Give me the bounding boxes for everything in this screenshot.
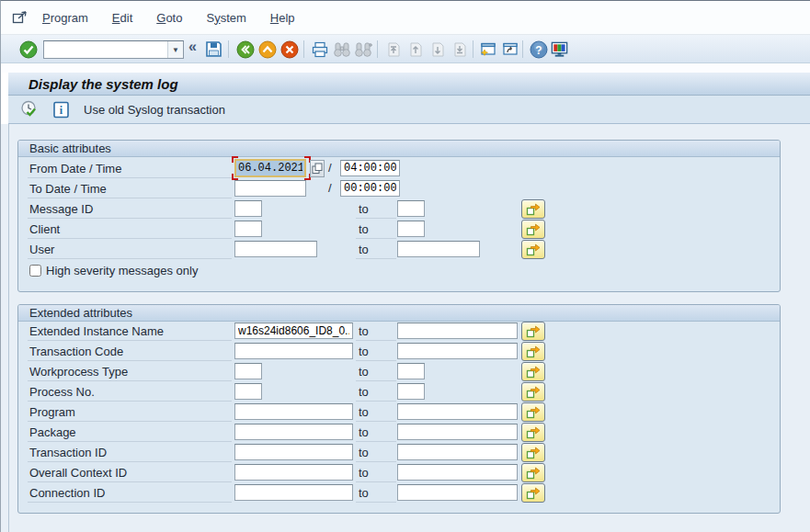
to-label: to — [359, 405, 369, 419]
command-field-input[interactable] — [44, 41, 167, 58]
to-value-input[interactable] — [397, 383, 425, 400]
from-time-input[interactable] — [340, 160, 400, 176]
multiple-selection-icon — [526, 466, 541, 480]
from-date-input[interactable] — [234, 159, 306, 177]
to-date-input[interactable] — [234, 180, 306, 197]
from-value-input[interactable] — [234, 323, 353, 339]
first-page-button[interactable] — [383, 40, 403, 59]
from-value-input[interactable] — [234, 241, 317, 257]
row-underline — [28, 198, 232, 198]
help-button[interactable]: ? — [529, 40, 548, 59]
multiple-selection-icon — [526, 222, 541, 236]
multiple-selection-button[interactable] — [521, 199, 545, 219]
multiple-selection-button[interactable] — [521, 322, 545, 341]
find-button[interactable] — [332, 40, 351, 59]
to-value-input[interactable] — [397, 343, 518, 359]
multiple-selection-icon — [526, 324, 541, 338]
parameter-row: Connection ID to — [18, 483, 780, 504]
multiple-selection-button[interactable] — [521, 342, 545, 361]
menu-help[interactable]: Help — [258, 8, 307, 28]
find-next-button[interactable] — [354, 40, 373, 59]
info-icon: i — [53, 101, 69, 119]
to-underline — [356, 441, 396, 442]
toolbar-separator — [228, 40, 229, 58]
multiple-selection-icon — [526, 365, 541, 379]
help-icon: ? — [530, 40, 548, 59]
to-value-input[interactable] — [397, 221, 425, 237]
multiple-selection-button[interactable] — [521, 220, 545, 239]
from-value-input[interactable] — [234, 464, 353, 481]
from-value-input[interactable] — [234, 403, 353, 420]
parameter-row: Program to — [18, 402, 780, 423]
exit-button[interactable] — [257, 40, 277, 59]
multiple-selection-button[interactable] — [521, 423, 545, 442]
menu-system[interactable]: System — [194, 8, 257, 28]
menu-edit[interactable]: Edit — [100, 8, 144, 28]
parameter-row: Overall Context ID to — [18, 463, 780, 483]
to-value-input[interactable] — [397, 241, 480, 257]
from-value-input[interactable] — [234, 221, 262, 237]
back-icon — [236, 40, 255, 59]
to-value-input[interactable] — [397, 403, 518, 420]
toolbar-separator — [473, 40, 473, 58]
menu-bar: Program Edit Goto System Help — [1, 1, 810, 35]
use-old-syslog-button[interactable]: Use old Syslog transaction — [80, 101, 229, 119]
group-header: Extended attributes — [18, 305, 780, 322]
from-value-input[interactable] — [234, 444, 353, 460]
high-severity-checkbox[interactable] — [29, 265, 41, 277]
multiple-selection-button[interactable] — [521, 483, 545, 503]
last-page-button[interactable] — [450, 40, 469, 59]
multiple-selection-button[interactable] — [521, 362, 545, 381]
next-page-button[interactable] — [428, 40, 447, 59]
from-value-input[interactable] — [234, 363, 262, 379]
from-value-input[interactable] — [234, 484, 353, 501]
create-shortcut-button[interactable] — [500, 40, 519, 59]
from-date-time-label: From Date / Time — [29, 162, 121, 175]
multiple-selection-button[interactable] — [521, 463, 545, 482]
customize-layout-button[interactable] — [550, 40, 569, 59]
print-button[interactable] — [310, 40, 329, 59]
cancel-button[interactable] — [280, 40, 299, 59]
parameter-label: Client — [29, 222, 60, 236]
parameter-row: Transaction Code to — [18, 342, 780, 362]
menu-goto[interactable]: Goto — [144, 8, 194, 28]
to-value-input[interactable] — [397, 424, 518, 440]
from-value-input[interactable] — [234, 200, 262, 217]
previous-page-button[interactable] — [405, 40, 425, 59]
svg-text:?: ? — [535, 43, 542, 56]
info-button[interactable]: i — [51, 99, 71, 119]
to-value-input[interactable] — [397, 444, 518, 460]
to-value-input[interactable] — [397, 484, 518, 501]
execute-button[interactable] — [19, 99, 40, 119]
to-value-input[interactable] — [397, 464, 518, 481]
from-value-input[interactable] — [234, 424, 353, 440]
to-time-input[interactable] — [340, 180, 400, 197]
multiple-selection-button[interactable] — [521, 402, 545, 422]
to-label: to — [359, 243, 369, 256]
date-time-separator: / — [328, 181, 332, 195]
new-session-button[interactable] — [478, 40, 497, 59]
multiple-selection-button[interactable] — [521, 382, 545, 402]
command-field-dropdown-button[interactable]: ▼ — [167, 41, 183, 58]
multiple-selection-button[interactable] — [521, 240, 545, 259]
to-value-input[interactable] — [397, 363, 425, 379]
to-label: to — [359, 385, 369, 399]
from-value-input[interactable] — [234, 383, 262, 400]
to-value-input[interactable] — [397, 200, 425, 217]
save-button[interactable] — [204, 40, 223, 59]
to-label: to — [359, 446, 369, 459]
from-value-input[interactable] — [234, 343, 353, 359]
to-underline — [356, 481, 396, 482]
menu-program[interactable]: Program — [30, 8, 100, 28]
back-button[interactable] — [235, 40, 255, 59]
system-menu-glyph — [12, 10, 29, 25]
parameter-row: Transaction ID to — [18, 443, 780, 463]
multiple-selection-button[interactable] — [521, 443, 545, 462]
to-date-time-label: To Date / Time — [29, 182, 107, 196]
system-menu-icon[interactable] — [10, 8, 30, 27]
enter-button[interactable] — [18, 40, 38, 59]
toolbar-separator — [303, 40, 304, 58]
collapse-toolbar-icon[interactable]: « — [188, 39, 197, 55]
to-value-input[interactable] — [397, 323, 518, 339]
date-picker-button[interactable] — [310, 160, 325, 177]
